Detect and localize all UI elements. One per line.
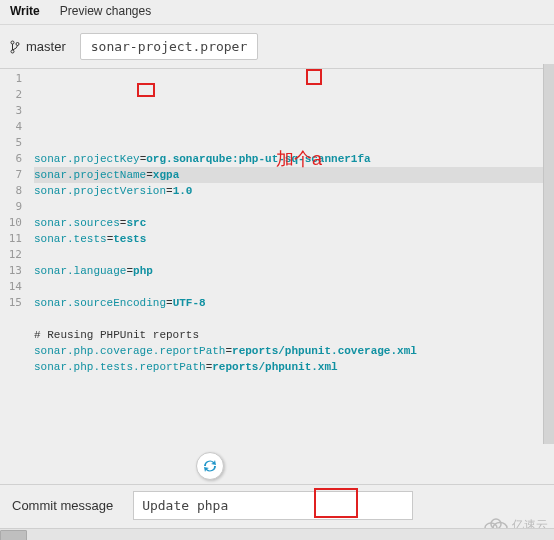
commit-label: Commit message	[12, 498, 113, 513]
commit-bar: Commit message Update phpa	[0, 484, 554, 526]
code-line[interactable]: sonar.php.coverage.reportPath=reports/ph…	[34, 343, 550, 359]
annotation-text: 加个a	[276, 151, 322, 167]
sync-button[interactable]	[196, 452, 224, 480]
highlight-box-1	[306, 69, 322, 85]
toolbar: master sonar-project.proper	[0, 25, 554, 69]
svg-point-0	[11, 41, 14, 44]
line-gutter: 123456789101112131415	[0, 69, 30, 449]
code-line[interactable]	[34, 247, 550, 263]
horizontal-scrollbar[interactable]	[0, 528, 554, 540]
code-editor[interactable]: 123456789101112131415 加个a sonar.projectK…	[0, 69, 554, 449]
commit-message-input[interactable]: Update phpa	[133, 491, 413, 520]
sync-icon	[202, 458, 218, 474]
code-line[interactable]	[34, 199, 550, 215]
code-line[interactable]: sonar.tests=tests	[34, 231, 550, 247]
code-line[interactable]: sonar.projectName=xgpa	[34, 167, 550, 183]
code-line[interactable]: # Reusing PHPUnit reports	[34, 327, 550, 343]
tab-preview[interactable]: Preview changes	[60, 4, 151, 18]
highlight-box-2	[137, 83, 155, 97]
code-line[interactable]: sonar.php.tests.reportPath=reports/phpun…	[34, 359, 550, 375]
commit-value: phpa	[197, 498, 228, 513]
highlight-box-3	[314, 488, 358, 518]
code-line[interactable]	[34, 311, 550, 327]
code-line[interactable]	[34, 279, 550, 295]
git-branch-icon	[10, 40, 20, 54]
code-area[interactable]: 加个a sonar.projectKey=org.sonarqube:php-u…	[30, 69, 554, 449]
vertical-scrollbar[interactable]	[543, 64, 554, 444]
code-line[interactable]: sonar.language=php	[34, 263, 550, 279]
commit-prefix: Update	[142, 498, 197, 513]
code-line[interactable]: sonar.sourceEncoding=UTF-8	[34, 295, 550, 311]
code-line[interactable]: sonar.projectVersion=1.0	[34, 183, 550, 199]
code-line[interactable]	[34, 375, 550, 391]
code-line[interactable]: sonar.sources=src	[34, 215, 550, 231]
tab-bar: Write Preview changes	[0, 0, 554, 25]
svg-point-1	[11, 50, 14, 53]
branch-name: master	[26, 39, 66, 54]
filename-input[interactable]: sonar-project.proper	[80, 33, 259, 60]
svg-point-2	[16, 42, 19, 45]
branch-selector[interactable]: master	[10, 39, 66, 54]
tab-write[interactable]: Write	[10, 4, 40, 18]
